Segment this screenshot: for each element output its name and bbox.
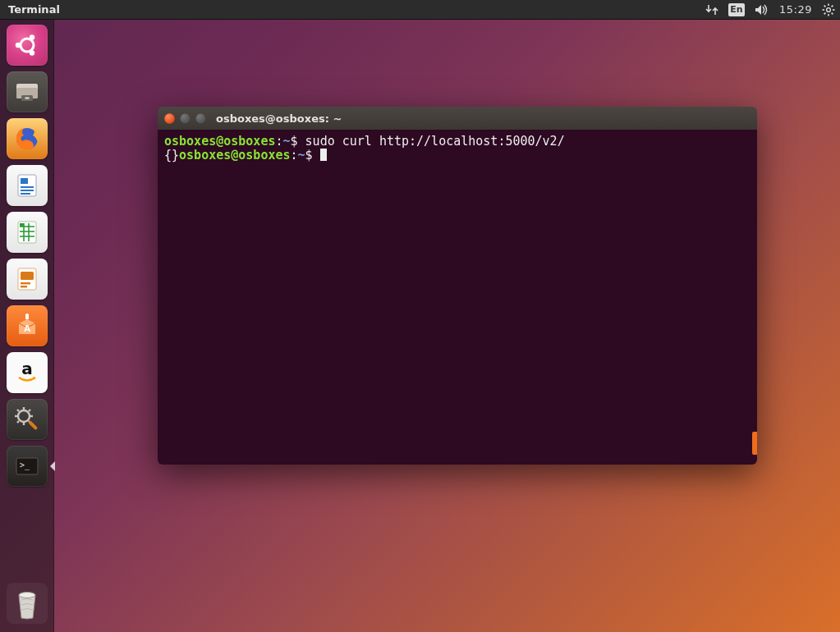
- active-app-name: Terminal: [8, 3, 60, 16]
- svg-point-12: [29, 50, 34, 55]
- terminal-titlebar[interactable]: osboxes@osboxes: ~: [158, 107, 757, 130]
- launcher-item-dash[interactable]: [7, 25, 48, 66]
- svg-text:a: a: [21, 359, 33, 378]
- svg-rect-19: [21, 178, 28, 184]
- top-panel: Terminal En 15:29: [0, 0, 840, 20]
- launcher-item-terminal[interactable]: >_: [7, 446, 48, 487]
- svg-rect-32: [21, 282, 30, 284]
- prompt-user-host: osboxes@osboxes: [164, 134, 275, 149]
- writer-icon: [12, 171, 42, 200]
- svg-point-9: [21, 39, 34, 52]
- launcher-item-trash[interactable]: [7, 583, 48, 624]
- svg-text:A: A: [24, 324, 30, 333]
- terminal-command-1: sudo curl http://localhost:5000/v2/: [305, 134, 565, 149]
- clock[interactable]: 15:29: [779, 3, 812, 16]
- firefox-icon: [11, 122, 44, 155]
- prompt-path-2: ~: [298, 148, 305, 163]
- svg-point-11: [29, 34, 34, 39]
- terminal-window: osboxes@osboxes: ~ osboxes@osboxes:~$ su…: [158, 107, 757, 465]
- svg-line-41: [17, 410, 19, 411]
- sound-icon[interactable]: [755, 4, 769, 16]
- ubuntu-icon: [13, 31, 41, 59]
- settings-icon: [12, 405, 42, 434]
- impress-icon: [12, 264, 42, 294]
- svg-line-43: [29, 410, 30, 411]
- system-gear-icon[interactable]: [822, 3, 835, 16]
- indicator-area: En 15:29: [705, 3, 835, 16]
- window-controls: [164, 113, 206, 124]
- svg-rect-31: [21, 272, 34, 280]
- svg-line-6: [832, 12, 833, 14]
- svg-line-7: [832, 5, 833, 7]
- terminal-title: osboxes@osboxes: ~: [216, 112, 342, 125]
- terminal-icon: >_: [12, 451, 42, 481]
- launcher-item-software[interactable]: A: [7, 305, 48, 346]
- svg-line-5: [824, 5, 826, 7]
- software-icon: A: [12, 311, 42, 341]
- terminal-cursor: [320, 149, 327, 161]
- network-icon[interactable]: [705, 4, 718, 16]
- window-close-button[interactable]: [164, 113, 175, 124]
- launcher-item-calc[interactable]: [7, 212, 48, 253]
- launcher-item-settings[interactable]: [7, 399, 48, 440]
- svg-rect-45: [28, 420, 38, 430]
- launcher-item-files[interactable]: [7, 71, 48, 112]
- svg-point-0: [827, 7, 831, 11]
- prompt-user-host-2: osboxes@osboxes: [179, 148, 290, 163]
- files-icon: [12, 77, 42, 107]
- window-maximize-button[interactable]: [195, 113, 206, 124]
- svg-text:>_: >_: [20, 460, 30, 470]
- keyboard-layout-indicator[interactable]: En: [728, 3, 745, 16]
- svg-rect-33: [21, 286, 27, 287]
- svg-rect-16: [25, 98, 29, 99]
- launcher-item-impress[interactable]: [7, 259, 48, 300]
- keyboard-layout-label: En: [728, 3, 745, 16]
- terminal-body[interactable]: osboxes@osboxes:~$ sudo curl http://loca…: [158, 130, 757, 465]
- prompt-path: ~: [283, 134, 291, 149]
- prompt-sep: :: [275, 134, 282, 149]
- svg-rect-29: [20, 223, 24, 227]
- svg-point-10: [15, 43, 20, 48]
- launcher-item-writer[interactable]: [7, 165, 48, 206]
- terminal-scrollbar-thumb[interactable]: [752, 432, 757, 455]
- trash-icon: [11, 585, 44, 621]
- launcher-item-amazon[interactable]: a: [7, 352, 48, 393]
- svg-point-48: [19, 593, 35, 598]
- window-minimize-button[interactable]: [180, 113, 190, 124]
- svg-line-8: [824, 12, 826, 14]
- svg-point-36: [18, 410, 30, 422]
- unity-launcher: A a >_: [0, 20, 54, 632]
- amazon-icon: a: [13, 359, 41, 387]
- prompt-symbol: $: [291, 134, 298, 149]
- svg-line-44: [17, 421, 19, 423]
- calc-icon: [12, 218, 42, 247]
- terminal-output-1: {}: [164, 148, 179, 163]
- launcher-item-firefox[interactable]: [7, 118, 48, 159]
